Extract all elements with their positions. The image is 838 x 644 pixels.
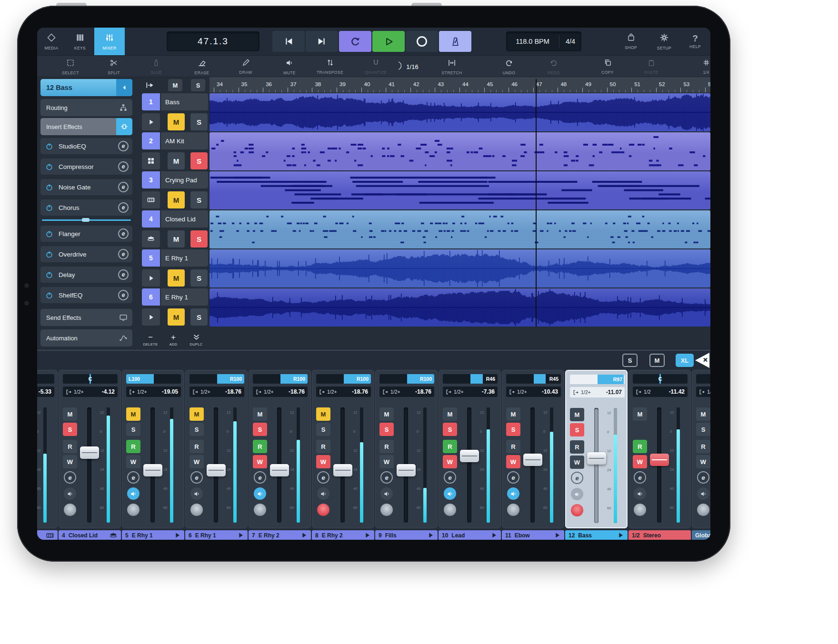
global-mute-header[interactable]: M xyxy=(168,79,182,91)
write-automation-button[interactable]: W xyxy=(633,455,647,468)
write-automation-button[interactable]: W xyxy=(190,455,204,468)
cycle-loop-button[interactable] xyxy=(339,31,371,52)
monitor-button[interactable] xyxy=(254,487,266,500)
record-arm-button[interactable] xyxy=(127,504,140,516)
mixer-strip-tab[interactable]: 11Ebow xyxy=(502,530,564,540)
track-type-hat-icon[interactable] xyxy=(142,230,160,248)
record-arm-button[interactable] xyxy=(634,504,646,516)
pan-slider[interactable]: R46 xyxy=(443,374,498,384)
track-type-audio-icon[interactable] xyxy=(142,113,160,130)
write-automation-button[interactable]: W xyxy=(506,455,520,468)
track-number[interactable]: 3 xyxy=(142,171,160,188)
track-number[interactable]: 6 xyxy=(142,288,160,306)
mixer-strip-tab[interactable]: 9Fills xyxy=(375,530,438,540)
clip-e-rhy-1[interactable] xyxy=(210,249,710,287)
eq-edit-button[interactable]: e xyxy=(317,471,329,484)
monitor-button[interactable] xyxy=(127,487,140,500)
pan-slider[interactable]: R100 xyxy=(316,374,371,384)
effect-power-button[interactable] xyxy=(45,230,53,238)
track-type-audio-icon[interactable] xyxy=(142,308,160,326)
mute-button[interactable]: M xyxy=(126,407,140,421)
volume-fader[interactable] xyxy=(333,464,352,476)
track-number[interactable]: 5 xyxy=(142,249,160,267)
follow-playhead-toggle[interactable] xyxy=(142,79,158,91)
mute-button[interactable]: M xyxy=(253,407,267,421)
write-automation-button[interactable]: W xyxy=(570,456,584,469)
chorus-mix-slider[interactable] xyxy=(42,218,131,222)
output-routing[interactable]: 1/2+-18.76 xyxy=(190,386,244,397)
output-routing[interactable]: 1/2+-7.36 xyxy=(443,386,498,397)
mute-button[interactable]: M xyxy=(570,408,584,421)
shop-button[interactable]: SHOP xyxy=(616,28,646,55)
monitor-button[interactable] xyxy=(507,487,519,500)
track-mute-button[interactable]: M xyxy=(168,191,185,208)
mixer-strip-tab[interactable]: 7E Rhy 2 xyxy=(249,530,311,540)
help-button[interactable]: ? HELP xyxy=(681,28,709,55)
global-solo-header[interactable]: S xyxy=(191,79,205,91)
solo-button[interactable]: S xyxy=(126,423,140,436)
effect-edit-button[interactable]: e xyxy=(118,182,129,192)
read-automation-button[interactable]: R xyxy=(379,440,394,453)
selected-track-header[interactable]: 12 Bass xyxy=(40,79,132,96)
mixer-strip-tab[interactable]: 1/2Stereo xyxy=(628,530,691,540)
output-routing[interactable]: 1/2+-18.76 xyxy=(253,386,308,397)
eq-edit-button[interactable]: e xyxy=(380,471,393,484)
effect-slot-overdrive[interactable]: Overdrivee xyxy=(40,246,132,262)
output-routing[interactable]: 1/2+-18.76 xyxy=(379,386,434,397)
monitor-button[interactable] xyxy=(64,487,76,500)
solo-button[interactable]: S xyxy=(190,423,204,436)
track-name[interactable]: Bass xyxy=(161,93,208,110)
read-automation-button[interactable]: R xyxy=(316,440,330,453)
eq-edit-button[interactable]: e xyxy=(571,472,583,484)
mute-button[interactable]: M xyxy=(190,407,204,421)
mixer-size-m-button[interactable]: M xyxy=(649,354,665,367)
collapse-inspector-button[interactable] xyxy=(116,79,132,96)
output-routing[interactable]: 1/2+-19.05 xyxy=(126,386,181,397)
read-automation-button[interactable]: R xyxy=(253,440,267,453)
record-arm-button[interactable] xyxy=(507,504,519,516)
eq-edit-button[interactable]: e xyxy=(190,471,203,484)
clip-crying-pad[interactable] xyxy=(210,171,710,209)
tool-draw[interactable]: DRAW xyxy=(224,56,267,78)
timeline-ruler[interactable]: 3435363738394041424344454647484950515253… xyxy=(210,77,710,93)
monitor-button[interactable] xyxy=(317,487,329,500)
clip-closed-lid[interactable] xyxy=(210,210,710,248)
mute-button[interactable]: M xyxy=(316,407,330,421)
write-automation-button[interactable]: W xyxy=(696,455,710,468)
monitor-button[interactable] xyxy=(380,487,393,500)
record-arm-button[interactable] xyxy=(64,504,76,516)
eq-edit-button[interactable]: e xyxy=(127,471,140,484)
record-arm-button[interactable] xyxy=(317,504,329,516)
solo-button[interactable]: S xyxy=(570,423,584,436)
track-solo-button[interactable]: S xyxy=(190,269,208,287)
mixer-strip-tab[interactable]: 5E Rhy 1 xyxy=(122,530,184,540)
read-automation-button[interactable]: R xyxy=(126,440,140,453)
record-arm-button[interactable] xyxy=(571,504,583,516)
eq-edit-button[interactable]: e xyxy=(634,471,646,484)
effect-power-button[interactable] xyxy=(45,163,53,171)
eq-edit-button[interactable]: e xyxy=(64,471,76,484)
solo-button[interactable]: S xyxy=(506,423,520,436)
volume-fader[interactable] xyxy=(270,464,289,476)
monitor-button[interactable] xyxy=(697,487,709,500)
record-arm-button[interactable] xyxy=(254,504,266,516)
keys-tab[interactable]: KEYS xyxy=(66,28,94,55)
mixer-strip-tab[interactable]: 6E Rhy 1 xyxy=(185,530,248,540)
solo-button[interactable]: S xyxy=(316,423,330,436)
tool-erase[interactable]: ERASE xyxy=(180,56,223,78)
pan-slider[interactable]: C xyxy=(63,374,118,384)
output-routing[interactable]: 1/2 xyxy=(696,386,710,397)
mute-button[interactable]: M xyxy=(443,407,457,421)
eq-edit-button[interactable]: e xyxy=(254,471,266,484)
pan-slider[interactable] xyxy=(696,374,710,384)
tempo-display[interactable]: 118.0 BPM 4/4 xyxy=(506,31,581,51)
effect-slot-chorus[interactable]: Choruse xyxy=(40,199,132,216)
output-routing[interactable]: 1/2+-5.33 xyxy=(37,386,54,397)
pan-slider[interactable]: R97 xyxy=(570,375,625,384)
pan-slider[interactable] xyxy=(37,374,54,384)
add-track-button[interactable]: + ADD xyxy=(163,330,184,350)
track-solo-button[interactable]: S xyxy=(190,113,208,130)
track-type-drum-icon[interactable] xyxy=(142,152,160,169)
eq-edit-button[interactable]: e xyxy=(507,471,519,484)
effect-slot-studioeq[interactable]: StudioEQe xyxy=(40,138,132,154)
